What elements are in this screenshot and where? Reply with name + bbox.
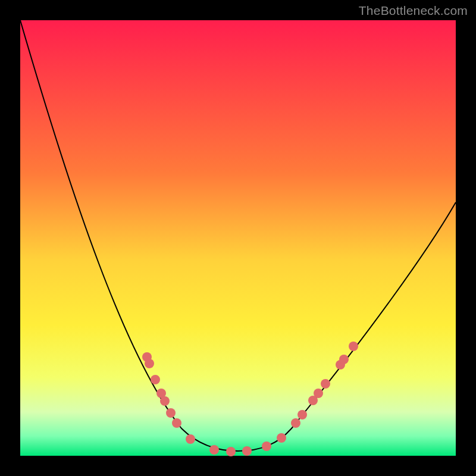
data-marker	[242, 446, 252, 456]
data-marker	[172, 418, 181, 428]
data-marker	[298, 410, 307, 419]
chart-container: TheBottleneck.com	[0, 0, 476, 476]
data-marker	[314, 389, 323, 398]
plot-background	[20, 20, 456, 456]
data-marker	[209, 445, 219, 455]
data-marker	[349, 342, 358, 351]
data-marker	[226, 447, 236, 456]
data-marker	[321, 379, 330, 389]
data-marker	[262, 441, 271, 451]
data-marker	[166, 408, 176, 418]
data-marker	[339, 355, 349, 364]
data-marker	[186, 434, 195, 444]
data-marker	[145, 359, 154, 368]
data-marker	[277, 433, 286, 443]
data-marker	[160, 396, 170, 406]
chart-svg	[0, 0, 476, 476]
data-marker	[151, 375, 160, 384]
watermark-text: TheBottleneck.com	[359, 4, 468, 18]
data-marker	[291, 418, 300, 428]
